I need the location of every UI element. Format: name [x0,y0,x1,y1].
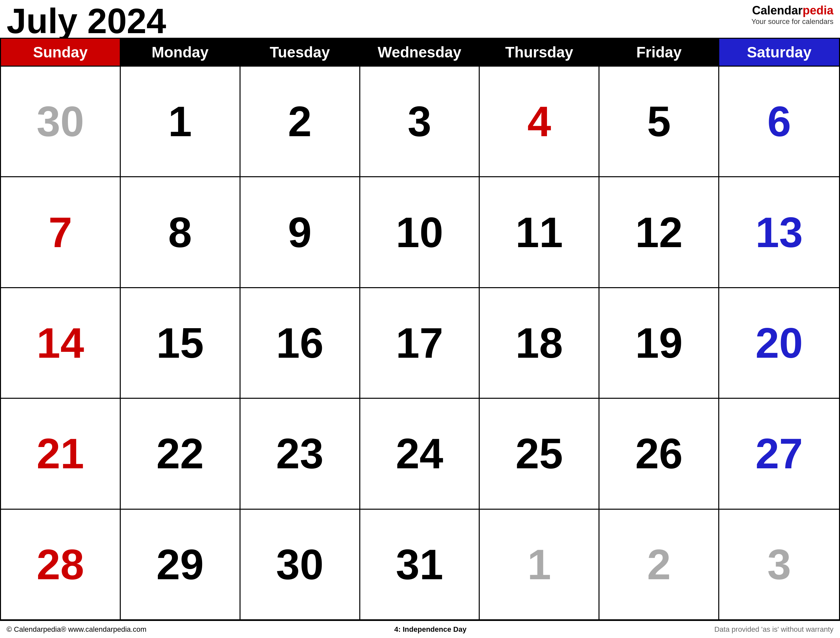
cell-week1-day3[interactable]: 2 [240,66,360,176]
header-wednesday: Wednesday [360,39,480,66]
cell-week2-day6[interactable]: 12 [600,177,719,287]
header-sunday: Sunday [1,39,121,66]
week-row-5: 28293031123 [1,510,839,620]
cell-week3-day5[interactable]: 18 [480,288,600,398]
cell-week2-day4[interactable]: 10 [360,177,480,287]
week-row-1: 30123456 [1,66,839,177]
cell-week5-day4[interactable]: 31 [360,510,480,619]
cell-week5-day7[interactable]: 3 [719,510,839,619]
cell-week4-day7[interactable]: 27 [719,399,839,509]
header-tuesday: Tuesday [240,39,360,66]
footer: © Calendarpedia® www.calendarpedia.com 4… [0,620,840,638]
cell-week4-day5[interactable]: 25 [480,399,600,509]
cell-week3-day1[interactable]: 14 [1,288,121,398]
brand-tagline: Your source for calendars [752,17,834,26]
cell-week3-day2[interactable]: 15 [121,288,240,398]
page-wrapper: July 2024 Calendarpedia Your source for … [0,0,840,638]
calendar-body: 3012345678910111213141516171819202122232… [1,66,839,620]
calendar-container: Sunday Monday Tuesday Wednesday Thursday… [0,38,840,620]
cell-week2-day5[interactable]: 11 [480,177,600,287]
week-row-3: 14151617181920 [1,288,839,399]
cell-week1-day7[interactable]: 6 [719,66,839,176]
brand-name: Calendarpedia [752,3,834,17]
brand-accent: pedia [802,4,834,17]
cell-week2-day2[interactable]: 8 [121,177,240,287]
cell-week4-day4[interactable]: 24 [360,399,480,509]
cell-week2-day3[interactable]: 9 [240,177,360,287]
cell-week3-day4[interactable]: 17 [360,288,480,398]
week-row-4: 21222324252627 [1,399,839,509]
cell-week1-day2[interactable]: 1 [121,66,240,176]
header: July 2024 Calendarpedia Your source for … [0,0,840,38]
brand-logo: Calendarpedia Your source for calendars [752,3,834,26]
footer-right: Data provided 'as is' without warranty [714,625,834,634]
header-saturday: Saturday [719,39,839,66]
cell-week5-day6[interactable]: 2 [600,510,719,619]
week-row-2: 78910111213 [1,177,839,288]
cell-week1-day5[interactable]: 4 [480,66,600,176]
cell-week5-day5[interactable]: 1 [480,510,600,619]
cell-week1-day1[interactable]: 30 [1,66,121,176]
cell-week1-day6[interactable]: 5 [600,66,719,176]
cell-week1-day4[interactable]: 3 [360,66,480,176]
cell-week3-day7[interactable]: 20 [719,288,839,398]
calendar-header: Sunday Monday Tuesday Wednesday Thursday… [1,39,839,66]
month-title: July 2024 [6,3,166,39]
header-thursday: Thursday [480,39,600,66]
cell-week3-day6[interactable]: 19 [600,288,719,398]
header-monday: Monday [121,39,240,66]
cell-week2-day7[interactable]: 13 [719,177,839,287]
cell-week2-day1[interactable]: 7 [1,177,121,287]
cell-week4-day6[interactable]: 26 [600,399,719,509]
cell-week5-day2[interactable]: 29 [121,510,240,619]
header-friday: Friday [600,39,719,66]
cell-week3-day3[interactable]: 16 [240,288,360,398]
cell-week4-day1[interactable]: 21 [1,399,121,509]
cell-week5-day3[interactable]: 30 [240,510,360,619]
footer-center: 4: Independence Day [395,625,467,634]
cell-week4-day3[interactable]: 23 [240,399,360,509]
cell-week4-day2[interactable]: 22 [121,399,240,509]
cell-week5-day1[interactable]: 28 [1,510,121,619]
footer-left: © Calendarpedia® www.calendarpedia.com [6,625,146,634]
